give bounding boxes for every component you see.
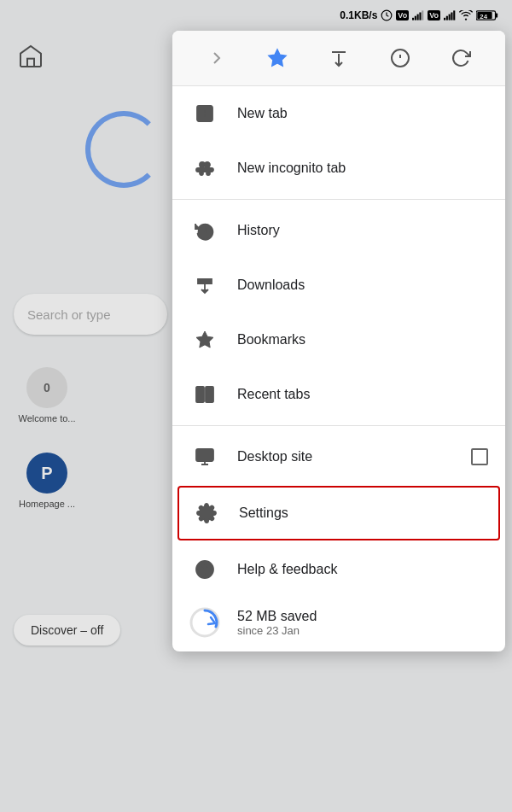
recent-tabs-icon bbox=[189, 379, 220, 410]
svg-rect-34 bbox=[196, 449, 213, 461]
svg-marker-31 bbox=[196, 331, 213, 348]
svg-point-29 bbox=[207, 172, 210, 175]
download-icon bbox=[329, 48, 349, 68]
svg-marker-16 bbox=[269, 50, 286, 66]
svg-rect-33 bbox=[206, 387, 213, 402]
history-icon bbox=[189, 215, 220, 246]
menu-item-desktop-site[interactable]: Desktop site bbox=[172, 429, 505, 484]
refresh-icon bbox=[451, 48, 471, 68]
refresh-button[interactable] bbox=[444, 41, 478, 75]
menu-item-settings[interactable]: Settings bbox=[177, 486, 500, 540]
menu-item-bookmarks[interactable]: Bookmarks bbox=[172, 313, 505, 367]
info-icon bbox=[390, 48, 410, 68]
menu-item-incognito[interactable]: New incognito tab bbox=[172, 141, 505, 196]
history-label: History bbox=[237, 223, 488, 238]
download-button[interactable] bbox=[322, 41, 356, 75]
help-label: Help & feedback bbox=[237, 562, 488, 577]
desktop-site-icon bbox=[189, 441, 220, 472]
menu-toolbar bbox=[172, 31, 505, 86]
menu-item-new-tab[interactable]: New tab bbox=[172, 86, 505, 141]
bookmark-icon bbox=[267, 48, 288, 68]
dropdown-menu: New tab New incognito tab History bbox=[172, 31, 505, 651]
menu-item-help[interactable]: Help & feedback bbox=[172, 542, 505, 597]
saved-since: since 23 Jan bbox=[237, 624, 317, 637]
menu-item-downloads[interactable]: Downloads bbox=[172, 258, 505, 313]
help-icon bbox=[189, 554, 220, 585]
new-tab-label: New tab bbox=[237, 106, 488, 121]
divider-2 bbox=[172, 425, 505, 426]
downloads-icon bbox=[189, 270, 220, 301]
saved-text: 52 MB saved since 23 Jan bbox=[237, 609, 317, 637]
info-button[interactable] bbox=[383, 41, 417, 75]
svg-rect-32 bbox=[196, 387, 204, 402]
incognito-label: New incognito tab bbox=[237, 161, 488, 176]
desktop-site-label: Desktop site bbox=[237, 449, 471, 464]
settings-icon bbox=[191, 498, 222, 529]
desktop-site-checkbox[interactable] bbox=[471, 448, 488, 465]
bookmarks-menu-icon bbox=[189, 324, 220, 355]
downloads-label: Downloads bbox=[237, 277, 488, 293]
forward-button[interactable] bbox=[200, 41, 234, 75]
menu-item-history[interactable]: History bbox=[172, 203, 505, 258]
recent-tabs-label: Recent tabs bbox=[237, 387, 488, 402]
new-tab-icon bbox=[189, 98, 220, 129]
incognito-icon bbox=[189, 153, 220, 184]
divider-1 bbox=[172, 199, 505, 200]
forward-icon bbox=[207, 48, 227, 68]
svg-point-26 bbox=[205, 162, 210, 167]
saved-section: 52 MB saved since 23 Jan bbox=[172, 597, 505, 651]
svg-point-28 bbox=[200, 172, 203, 175]
bookmarks-label: Bookmarks bbox=[237, 332, 488, 348]
settings-label: Settings bbox=[239, 505, 486, 521]
menu-item-recent-tabs[interactable]: Recent tabs bbox=[172, 367, 505, 422]
data-saver-icon bbox=[189, 607, 220, 638]
svg-rect-27 bbox=[196, 168, 213, 172]
saved-amount: 52 MB saved bbox=[237, 609, 317, 624]
bookmark-button[interactable] bbox=[260, 41, 294, 75]
